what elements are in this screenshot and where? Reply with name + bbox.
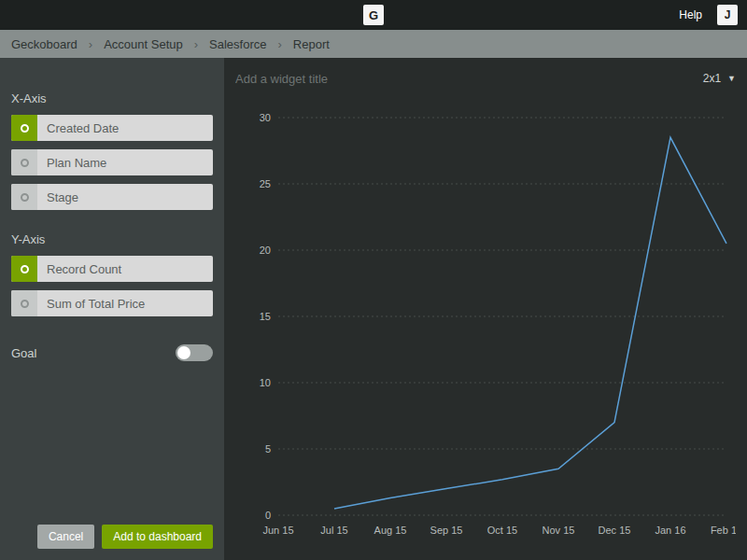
- sidebar-footer: Cancel Add to dashboard: [37, 525, 213, 549]
- user-avatar[interactable]: J: [717, 5, 738, 25]
- goal-toggle[interactable]: [176, 344, 213, 361]
- svg-text:10: 10: [260, 377, 271, 388]
- option-label: Sum of Total Price: [37, 297, 145, 311]
- cancel-button[interactable]: Cancel: [37, 525, 94, 549]
- svg-text:15: 15: [260, 311, 271, 322]
- breadcrumb: Geckoboard › Account Setup › Salesforce …: [0, 30, 747, 58]
- svg-text:25: 25: [260, 178, 271, 189]
- svg-text:Nov 15: Nov 15: [543, 525, 575, 536]
- x-axis-option-created-date[interactable]: Created Date: [11, 115, 213, 141]
- topbar-right: Help J: [679, 5, 738, 25]
- goal-label: Goal: [11, 346, 36, 360]
- radio-icon: [11, 184, 37, 210]
- svg-text:Oct 15: Oct 15: [487, 525, 517, 536]
- topbar: G Help J: [0, 0, 747, 30]
- chevron-right-icon: ›: [89, 37, 92, 51]
- option-label: Stage: [37, 190, 78, 204]
- widget-size-value: 2x1: [703, 72, 721, 85]
- chart-area: 051015202530Jun 15Jul 15Aug 15Sep 15Oct …: [235, 97, 736, 549]
- option-label: Created Date: [37, 121, 119, 135]
- y-axis-section-label: Y-Axis: [11, 232, 213, 246]
- svg-text:30: 30: [260, 112, 271, 123]
- svg-text:20: 20: [260, 245, 271, 256]
- geckoboard-logo[interactable]: G: [363, 5, 384, 25]
- add-to-dashboard-button[interactable]: Add to dashboard: [102, 525, 213, 549]
- y-axis-option-sum-of-total-price[interactable]: Sum of Total Price: [11, 290, 213, 316]
- config-sidebar: X-Axis Created Date Plan Name Stage Y-Ax…: [0, 58, 224, 560]
- content: X-Axis Created Date Plan Name Stage Y-Ax…: [0, 58, 747, 560]
- radio-icon: [11, 115, 37, 141]
- breadcrumb-item-geckoboard[interactable]: Geckoboard: [11, 37, 78, 51]
- svg-text:Aug 15: Aug 15: [374, 525, 407, 536]
- svg-text:Feb 16: Feb 16: [711, 525, 736, 536]
- x-axis-option-plan-name[interactable]: Plan Name: [11, 149, 213, 175]
- radio-icon: [11, 256, 37, 282]
- svg-text:Jan 16: Jan 16: [655, 525, 685, 536]
- x-axis-option-stage[interactable]: Stage: [11, 184, 213, 210]
- goal-row: Goal: [11, 344, 213, 361]
- widget-title-input[interactable]: [235, 72, 515, 86]
- radio-icon: [11, 149, 37, 175]
- line-chart: 051015202530Jun 15Jul 15Aug 15Sep 15Oct …: [235, 97, 736, 545]
- option-label: Plan Name: [37, 156, 106, 170]
- y-axis-option-record-count[interactable]: Record Count: [11, 256, 213, 282]
- help-link[interactable]: Help: [679, 8, 702, 21]
- breadcrumb-item-report[interactable]: Report: [293, 37, 330, 51]
- breadcrumb-item-account-setup[interactable]: Account Setup: [104, 37, 183, 51]
- toggle-knob: [177, 346, 190, 359]
- chevron-right-icon: ›: [194, 37, 198, 51]
- widget-preview-panel: 2x1 ▼ 051015202530Jun 15Jul 15Aug 15Sep …: [224, 58, 747, 560]
- svg-text:5: 5: [265, 443, 271, 455]
- chevron-right-icon: ›: [278, 37, 282, 51]
- svg-text:Jul 15: Jul 15: [320, 525, 347, 536]
- radio-icon: [11, 290, 37, 316]
- breadcrumb-item-salesforce[interactable]: Salesforce: [209, 37, 266, 51]
- option-label: Record Count: [37, 262, 121, 276]
- widget-size-selector[interactable]: 2x1 ▼: [703, 72, 736, 85]
- widget-header: 2x1 ▼: [235, 67, 736, 90]
- svg-text:Jun 15: Jun 15: [262, 525, 293, 536]
- svg-text:Dec 15: Dec 15: [599, 525, 631, 536]
- svg-text:0: 0: [265, 510, 271, 521]
- x-axis-section-label: X-Axis: [11, 91, 213, 105]
- svg-text:Sep 15: Sep 15: [430, 525, 463, 536]
- chevron-down-icon: ▼: [727, 74, 736, 83]
